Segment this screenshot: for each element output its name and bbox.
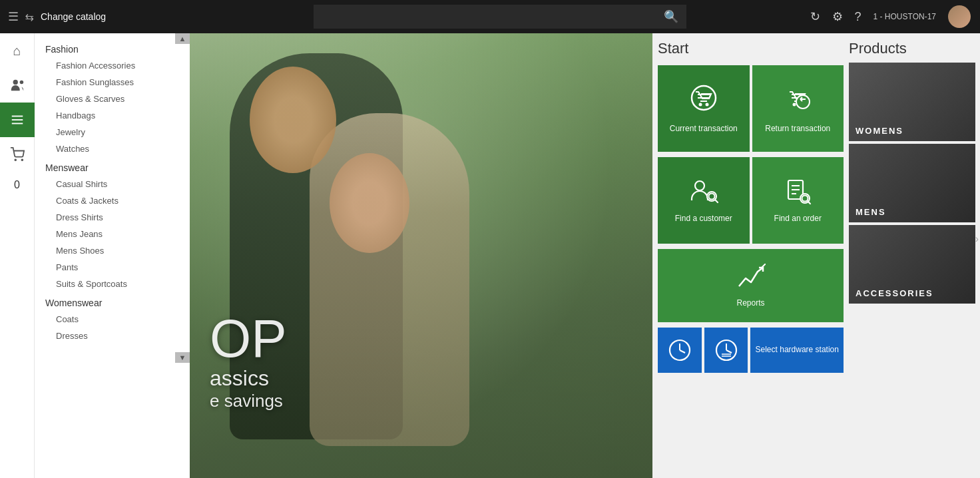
reports-icon: [736, 264, 766, 293]
category-item[interactable]: Handbags: [35, 107, 190, 124]
scroll-down-btn[interactable]: ▼: [175, 352, 190, 363]
tile-find-customer[interactable]: Find a customer: [658, 157, 750, 244]
category-item[interactable]: Coats: [35, 311, 190, 328]
svg-point-12: [796, 95, 810, 109]
svg-rect-3: [11, 119, 23, 120]
svg-line-31: [726, 350, 732, 353]
category-item[interactable]: Suits & Sportcoats: [35, 276, 190, 292]
tile-reports[interactable]: Reports: [658, 249, 844, 322]
category-item[interactable]: Gloves & Scarves: [35, 91, 190, 107]
hamburger-icon[interactable]: ☰: [8, 9, 19, 24]
category-header: Fashion: [35, 39, 190, 57]
tile-select-hardware[interactable]: Select hardware station: [750, 328, 844, 373]
svg-line-23: [808, 202, 811, 204]
icon-strip-home[interactable]: ⌂: [0, 33, 35, 68]
category-item[interactable]: Fashion Accessories: [35, 57, 190, 74]
svg-point-9: [705, 103, 708, 106]
category-nav-panel: ▲ FashionFashion AccessoriesFashion Sung…: [35, 33, 190, 478]
topbar: ☰ ⇄ Change catalog 🔍 ↻ ⚙ ? 1 - HOUSTON-1…: [0, 0, 980, 33]
swap-icon[interactable]: ⇄: [25, 11, 34, 23]
main-area: ⌂ 0 ▲ FashionFashion AccessoriesFashion …: [0, 33, 980, 478]
refresh-icon[interactable]: ↻: [810, 9, 820, 24]
current-transaction-label: Current transaction: [670, 124, 738, 134]
tile-return-transaction[interactable]: Return transaction: [752, 65, 844, 152]
product-card-womens[interactable]: WOMENS: [849, 63, 975, 141]
category-item[interactable]: Mens Shoes: [35, 242, 190, 259]
category-header: Womenswear: [35, 292, 190, 311]
settings-icon[interactable]: ⚙: [832, 9, 843, 24]
svg-rect-4: [11, 123, 23, 124]
products-title: Products: [849, 40, 977, 57]
product-card-mens[interactable]: MENS: [849, 144, 975, 222]
return-transaction-label: Return transaction: [765, 124, 830, 134]
category-item[interactable]: Jewelry: [35, 124, 190, 140]
change-catalog-label[interactable]: Change catalog: [41, 11, 106, 22]
accessories-label: ACCESSORIES: [856, 288, 933, 298]
category-item[interactable]: Pants: [35, 259, 190, 276]
store-info: 1 - HOUSTON-17: [873, 12, 936, 21]
hero-overlay: OP assics e savings: [210, 312, 287, 411]
products-list: WOMENS MENS ACCESSORIES: [849, 63, 977, 304]
avatar[interactable]: [948, 5, 971, 28]
mens-label: MENS: [856, 207, 886, 217]
svg-point-13: [695, 181, 704, 190]
hero-savings-text: e savings: [210, 391, 287, 411]
reports-label: Reports: [736, 298, 764, 308]
find-customer-icon: [689, 176, 718, 208]
find-order-label: Find an order: [774, 214, 822, 224]
svg-point-6: [21, 159, 23, 160]
tile-find-order[interactable]: Find an order: [752, 157, 844, 244]
start-title: Start: [658, 40, 844, 57]
svg-point-8: [698, 103, 702, 106]
select-hardware-label: Select hardware station: [756, 345, 839, 356]
product-card-accessories[interactable]: ACCESSORIES: [849, 225, 975, 304]
hero-big-text: OP: [210, 312, 287, 365]
svg-rect-2: [11, 116, 23, 117]
icon-strip-people[interactable]: [0, 68, 35, 103]
category-item[interactable]: Fashion Sunglasses: [35, 74, 190, 91]
category-item[interactable]: Dresses: [35, 328, 190, 344]
category-item[interactable]: Watches: [35, 140, 190, 157]
tile-time-clock[interactable]: [658, 328, 702, 373]
find-customer-label: Find a customer: [675, 214, 732, 224]
icon-strip-cart[interactable]: [0, 137, 35, 172]
svg-point-0: [13, 80, 17, 85]
category-item[interactable]: Coats & Jackets: [35, 192, 190, 209]
products-chevron-right[interactable]: ›: [975, 233, 979, 245]
current-transaction-icon: [689, 83, 718, 119]
tile-time-list[interactable]: [704, 328, 748, 373]
start-panel: Start Current transaction: [652, 33, 849, 478]
help-icon[interactable]: ?: [855, 10, 861, 24]
right-section: Start Current transaction: [652, 33, 980, 478]
category-item[interactable]: Dress Shirts: [35, 209, 190, 226]
category-header: Menswear: [35, 157, 190, 176]
svg-point-1: [19, 81, 23, 85]
tile-current-transaction[interactable]: Current transaction: [658, 65, 750, 152]
hero-sub-text: assics: [210, 365, 287, 391]
svg-point-5: [15, 159, 16, 160]
icon-strip-active[interactable]: [0, 103, 35, 137]
search-input[interactable]: [314, 11, 656, 22]
search-button[interactable]: 🔍: [656, 5, 686, 29]
products-panel: Products WOMENS MENS ACCESSORIES ›: [849, 33, 980, 478]
category-item[interactable]: Mens Jeans: [35, 226, 190, 242]
svg-line-28: [680, 350, 685, 353]
return-transaction-icon: [783, 83, 812, 119]
find-order-icon: [783, 176, 812, 208]
category-item[interactable]: Casual Shirts: [35, 176, 190, 192]
svg-point-10: [793, 103, 796, 106]
womens-label: WOMENS: [856, 126, 903, 136]
svg-line-16: [715, 200, 718, 202]
icon-strip: ⌂ 0: [0, 33, 35, 478]
hero-area: OP assics e savings: [190, 33, 652, 478]
icon-strip-number: 0: [0, 172, 35, 198]
scroll-up-btn[interactable]: ▲: [175, 33, 190, 44]
